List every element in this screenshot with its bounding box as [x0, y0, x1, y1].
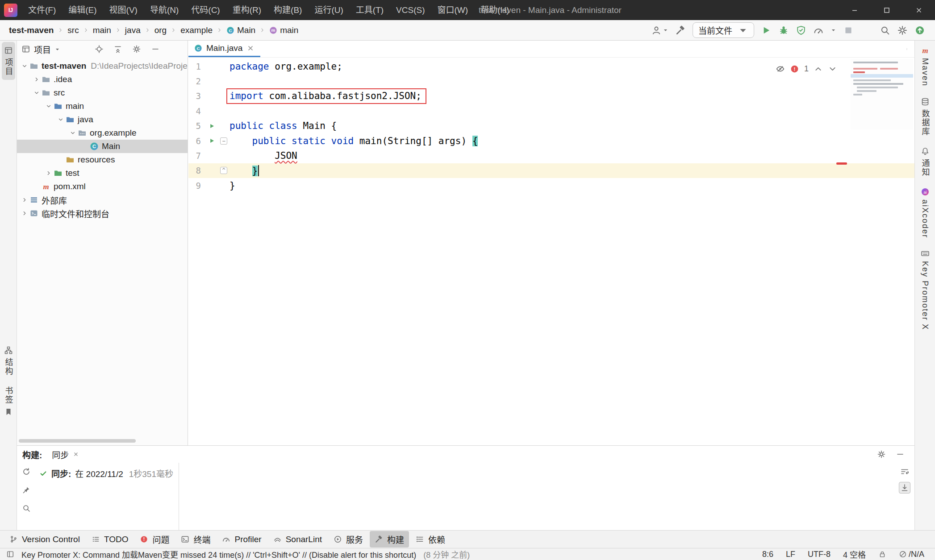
ai-completion-status[interactable]: /N/A: [899, 550, 924, 559]
line-separator[interactable]: LF: [786, 550, 795, 559]
build-settings-button[interactable]: [876, 449, 887, 460]
tree-item-resources[interactable]: resources: [17, 153, 188, 166]
chevron-right-icon[interactable]: [44, 168, 54, 178]
settings-button[interactable]: [897, 25, 908, 36]
close-button[interactable]: [903, 0, 935, 20]
toolwindow-button-TODO[interactable]: TODO: [87, 532, 134, 547]
code-text[interactable]: import com.alibaba.fastjson2.JSON;: [230, 91, 914, 101]
menu-构建(B)[interactable]: 构建(B): [267, 0, 308, 20]
toolwindow-button-Version Control[interactable]: Version Control: [4, 532, 85, 547]
code-line-3[interactable]: 3import com.alibaba.fastjson2.JSON;: [188, 89, 914, 104]
code-line-6[interactable]: 6− public static void main(String[] args…: [188, 133, 914, 148]
editor-body[interactable]: 1package org.example;23import com.alibab…: [188, 58, 914, 445]
run-button[interactable]: [761, 25, 772, 36]
menu-编辑(E)[interactable]: 编辑(E): [62, 0, 103, 20]
chevron-down-icon[interactable]: [68, 128, 78, 138]
minimize-button[interactable]: [839, 0, 871, 20]
tab-main-java[interactable]: C Main.java: [188, 41, 260, 57]
chevron-right-icon[interactable]: [32, 75, 42, 84]
stripe-item-Maven[interactable]: mMaven: [919, 42, 931, 91]
inspect-button[interactable]: [21, 503, 32, 514]
next-error-icon[interactable]: [828, 64, 837, 74]
tree-item-test-maven[interactable]: test-mavenD:\IdeaProjects\IdeaProje: [17, 59, 188, 73]
pin-button[interactable]: [21, 485, 32, 495]
chevron-down-icon[interactable]: [20, 61, 29, 71]
menu-工具(T)[interactable]: 工具(T): [350, 0, 390, 20]
code-line-5[interactable]: 5public class Main {: [188, 119, 914, 133]
debug-button[interactable]: [778, 25, 789, 36]
fold-close-icon[interactable]: ^: [218, 167, 230, 174]
toolwindow-button-SonarLint[interactable]: SonarLint: [268, 532, 327, 547]
toolwindow-button-Profiler[interactable]: Profiler: [217, 532, 266, 547]
tree-item-test[interactable]: test: [17, 166, 188, 180]
chevron-right-icon[interactable]: [20, 195, 29, 205]
toolwindow-button-问题[interactable]: !问题: [135, 531, 174, 548]
breadcrumb-item-main[interactable]: main: [91, 25, 113, 36]
toolwindow-button-构建[interactable]: 构建: [370, 531, 409, 548]
project-view-caret-icon[interactable]: [54, 46, 60, 52]
run-configurations-combo[interactable]: 当前文件: [693, 22, 754, 38]
toolwindow-button-终端[interactable]: 终端: [176, 531, 215, 548]
tree-item-java[interactable]: java: [17, 113, 188, 126]
tree-item-pom.xml[interactable]: mpom.xml: [17, 180, 188, 193]
chevron-right-icon[interactable]: [20, 208, 29, 218]
chevron-down-icon[interactable]: [56, 115, 66, 124]
error-badge-icon[interactable]: !: [790, 64, 799, 74]
user-profile[interactable]: [651, 25, 668, 36]
breadcrumb-item-src[interactable]: src: [66, 25, 80, 36]
tool-window-toggle-icon[interactable]: [6, 550, 14, 558]
maximize-button[interactable]: [871, 0, 903, 20]
refresh-button[interactable]: [21, 466, 32, 477]
tree-item-外部库[interactable]: 外部库: [17, 193, 188, 207]
breadcrumb-item-test-maven[interactable]: test-maven: [7, 25, 55, 36]
code-text[interactable]: }: [230, 165, 914, 176]
stripe-item-项目[interactable]: 项目: [2, 42, 15, 80]
tab-options-icon[interactable]: [906, 45, 914, 54]
breadcrumb-item-example[interactable]: example: [179, 25, 214, 36]
tree-item-临时文件和控制台[interactable]: 临时文件和控制台: [17, 207, 188, 220]
run-gutter-icon[interactable]: [205, 137, 218, 144]
fold-open-icon[interactable]: −: [218, 137, 230, 145]
stripe-item-aiXcoder[interactable]: aiaiXcoder: [919, 183, 931, 242]
code-text[interactable]: public class Main {: [230, 120, 914, 131]
project-horizontal-scrollbar[interactable]: [19, 439, 136, 443]
code-line-4[interactable]: 4: [188, 104, 914, 118]
caret-position[interactable]: 8:6: [762, 550, 773, 559]
code-text[interactable]: }: [230, 180, 914, 191]
build-tab-sync[interactable]: 同步: [52, 448, 79, 460]
hide-button[interactable]: [150, 44, 161, 54]
settings-button[interactable]: [131, 44, 142, 54]
stripe-item-Key Promoter X[interactable]: Key Promoter X: [919, 245, 931, 334]
build-tab-close-icon[interactable]: [73, 451, 79, 457]
build-divider[interactable]: [179, 463, 179, 530]
toolwindow-button-依赖[interactable]: 依赖: [411, 531, 450, 548]
tree-item-org.example[interactable]: org.example: [17, 126, 188, 140]
menu-导航(N)[interactable]: 导航(N): [144, 0, 185, 20]
profiler-button[interactable]: [813, 25, 824, 36]
file-encoding[interactable]: UTF-8: [808, 550, 831, 559]
breadcrumb-item-org[interactable]: org: [153, 25, 168, 36]
menu-窗口(W)[interactable]: 窗口(W): [431, 0, 474, 20]
project-panel-title[interactable]: 项目: [34, 43, 51, 55]
code-line-9[interactable]: 9}: [188, 178, 914, 193]
code-line-8[interactable]: 8^ }: [188, 163, 914, 178]
toolwindow-button-服务[interactable]: 服务: [329, 531, 368, 548]
code-text[interactable]: public static void main(String[] args) {: [230, 136, 914, 146]
code-line-7[interactable]: 7 JSON: [188, 148, 914, 163]
coverage-button[interactable]: [796, 25, 806, 36]
menu-代码(C)[interactable]: 代码(C): [185, 0, 226, 20]
read-only-toggle[interactable]: [878, 550, 886, 558]
scrollend-button[interactable]: [899, 482, 910, 494]
menu-视图(V)[interactable]: 视图(V): [103, 0, 144, 20]
locate-button[interactable]: [94, 44, 104, 54]
more-run-options[interactable]: [831, 27, 836, 33]
stripe-item-书签[interactable]: 书签: [2, 382, 15, 420]
menu-VCS(S)[interactable]: VCS(S): [390, 0, 431, 20]
build-sync-row[interactable]: 同步: 在 2022/11/2 1秒351毫秒: [39, 467, 173, 479]
tree-item-Main[interactable]: CMain: [17, 140, 188, 153]
menu-运行(U)[interactable]: 运行(U): [308, 0, 349, 20]
breadcrumb-item-Main[interactable]: CMain: [225, 25, 257, 36]
indent-size[interactable]: 4 空格: [843, 548, 866, 560]
build-project[interactable]: [675, 25, 686, 36]
ide-update-button[interactable]: [914, 25, 925, 36]
